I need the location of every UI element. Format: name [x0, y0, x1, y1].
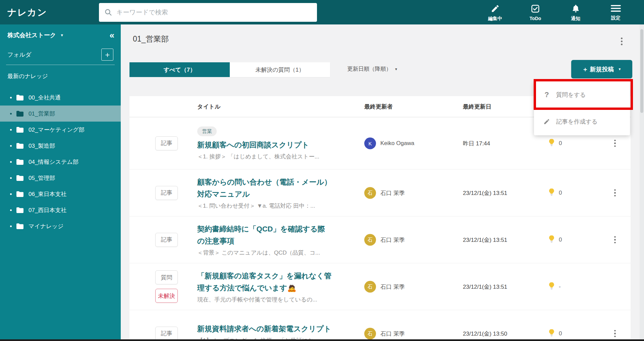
- row-menu-button[interactable]: [612, 328, 618, 339]
- row-content: 「新規顧客の追客タスク」を漏れなく管理する方法で悩んでいます🙇現在、手元の手帳や…: [197, 270, 332, 303]
- knowledge-title-link[interactable]: 契約書締結時に「QCD」を確認する際の注意事項: [197, 223, 332, 247]
- knowledge-title-link[interactable]: 新規顧客への初回商談スクリプト: [197, 139, 332, 151]
- search-box[interactable]: [99, 3, 317, 22]
- helpful-cell: 0: [549, 235, 562, 244]
- avatar: 石: [364, 234, 376, 246]
- header-action-label: 設定: [611, 15, 621, 21]
- menu-item-ask-question[interactable]: ?質問をする: [534, 81, 630, 108]
- knowledge-excerpt: ＜1. 問い合わせ受付＞ ▼a. 電話対応 田中：...: [197, 202, 332, 210]
- helpful-count: 0: [559, 330, 562, 337]
- company-selector[interactable]: 株式会社ストーク: [7, 31, 56, 39]
- sidebar-item-2[interactable]: 02_マーケティング部: [0, 122, 121, 138]
- type-badge: 記事: [155, 186, 178, 200]
- row-badges: 質問未解決: [155, 263, 178, 310]
- add-folder-button[interactable]: ＋: [101, 49, 113, 61]
- sidebar-item-label: 04_情報システム部: [29, 158, 78, 166]
- menu-item-create-article[interactable]: 記事を作成する: [534, 108, 630, 135]
- search-icon: [104, 8, 112, 16]
- todo-check-icon: [531, 4, 540, 14]
- sidebar-item-6[interactable]: 06_東日本支社: [0, 186, 121, 202]
- chevron-down-icon: ▼: [618, 67, 622, 71]
- sidebar-item-8[interactable]: マイナレッジ: [0, 218, 121, 234]
- avatar: 石: [364, 328, 376, 339]
- : [614, 192, 616, 194]
- company-row: 株式会社ストーク ▼ «: [0, 28, 121, 43]
- knowledge-title-link[interactable]: 顧客からの問い合わせ（電話・メール）対応マニュアル: [197, 176, 332, 200]
- new-post-dropdown: ?質問をする記事を作成する: [534, 81, 630, 135]
- menu-item-label: 記事を作成する: [556, 118, 598, 126]
- bullet-icon: [10, 129, 12, 131]
- menu-item-label: 質問をする: [556, 91, 586, 99]
- top-header: ナレカン 編集中ToDo通知設定: [0, 0, 644, 24]
- row-content: 契約書締結時に「QCD」を確認する際の注意事項＜背景＞ このマニュアルは、QCD…: [197, 223, 332, 257]
- knowledge-title-link[interactable]: 「新規顧客の追客タスク」を漏れなく管理する方法で悩んでいます🙇: [197, 270, 332, 294]
- row-menu-button[interactable]: [612, 234, 618, 245]
- sort-selector[interactable]: 更新日順（降順） ▼: [347, 65, 398, 73]
- : [614, 336, 616, 337]
- collapse-sidebar-icon[interactable]: «: [110, 31, 113, 40]
- header-action-settings[interactable]: 設定: [596, 0, 636, 24]
- : [614, 140, 616, 141]
- search-input[interactable]: [116, 9, 312, 16]
- knowledge-title-link[interactable]: 新規資料請求者への新着架電スクリプト: [197, 323, 332, 335]
- folder-icon: [16, 223, 23, 229]
- updated-date: 23/12/1(金) 13:51: [463, 236, 507, 244]
- updater-cell: KKeiko Ogawa: [364, 137, 414, 149]
- updater-name: 石口 茉季: [380, 189, 405, 197]
- table-body: 記事営業新規顧客への初回商談スクリプト＜1. 挨拶＞ 「はじめまして、株式会社ス…: [129, 117, 631, 341]
- plus-icon: ＋: [104, 50, 111, 60]
- bullet-icon: [10, 145, 12, 147]
- new-post-button[interactable]: ＋ 新規投稿 ▼: [571, 60, 632, 78]
- lightbulb-icon: [549, 282, 554, 291]
- header-action-notifications[interactable]: 通知: [555, 0, 596, 24]
- sidebar-item-label: 01_営業部: [29, 110, 55, 118]
- scrollbar-thumb[interactable]: [640, 29, 643, 113]
- page-menu-button[interactable]: [619, 36, 624, 47]
- sort-label: 更新日順（降順）: [347, 65, 391, 73]
- tab-all[interactable]: すべて（7）: [129, 62, 230, 77]
- sidebar-item-7[interactable]: 07_西日本支社: [0, 202, 121, 218]
- sidebar-item-1[interactable]: 01_営業部: [0, 106, 121, 122]
- updater-name: 石口 茉季: [380, 283, 405, 290]
- menu-icon: [611, 4, 621, 14]
- tab-unresolved-questions[interactable]: 未解決の質問（1）: [230, 62, 330, 77]
- app-logo[interactable]: ナレカン: [7, 6, 47, 18]
- updater-cell: 石石口 茉季: [364, 328, 405, 339]
- row-content: 営業新規顧客への初回商談スクリプト＜1. 挨拶＞ 「はじめまして、株式会社ストー…: [197, 126, 332, 160]
- tag-badge: 営業: [197, 126, 217, 136]
- header-action-todo[interactable]: ToDo: [515, 0, 555, 24]
- folder-icon: [16, 175, 23, 181]
- updater-cell: 石石口 茉季: [364, 281, 405, 292]
- knowledge-row[interactable]: 記事契約書締結時に「QCD」を確認する際の注意事項＜背景＞ このマニュアルは、Q…: [129, 216, 631, 263]
- folder-row: フォルダ ＋: [0, 47, 121, 62]
- knowledge-row[interactable]: 質問未解決「新規顧客の追客タスク」を漏れなく管理する方法で悩んでいます🙇現在、手…: [129, 263, 631, 310]
- header-action-editing[interactable]: 編集中: [475, 0, 515, 24]
- sidebar-item-4[interactable]: 04_情報システム部: [0, 154, 121, 170]
- sidebar-item-label: 06_東日本支社: [29, 190, 66, 198]
- row-menu-button[interactable]: [612, 138, 618, 149]
- lightbulb-icon: [549, 188, 554, 197]
- folder-icon: [16, 207, 23, 213]
- updater-name: 石口 茉季: [380, 330, 405, 337]
- sidebar-item-5[interactable]: 05_管理部: [0, 170, 121, 186]
- folder-list: 00_全社共通01_営業部02_マーケティング部03_製造部04_情報システム部…: [0, 89, 121, 234]
- row-badges: 記事: [155, 169, 178, 216]
- row-badges: 記事: [155, 117, 178, 169]
- updater-cell: 石石口 茉季: [364, 234, 405, 246]
- knowledge-row[interactable]: 記事顧客からの問い合わせ（電話・メール）対応マニュアル＜1. 問い合わせ受付＞ …: [129, 169, 631, 216]
- folder-icon: [16, 127, 23, 133]
- status-badge-unresolved: 未解決: [155, 289, 178, 303]
- knowledge-row[interactable]: 記事新規資料請求者への新着架電スクリプト【1】オープニング ＜1. 挨拶＞ 「お…: [129, 310, 631, 341]
- type-badge: 記事: [155, 327, 178, 341]
- avatar: 石: [364, 281, 376, 292]
- knowledge-excerpt: ＜1. 挨拶＞ 「はじめまして、株式会社ストー...: [197, 152, 332, 160]
- sidebar-item-label: 05_管理部: [29, 174, 55, 182]
- scrollbar-track[interactable]: [640, 24, 644, 341]
- avatar: K: [364, 137, 376, 149]
- helpful-cell: 0: [549, 188, 562, 197]
- row-menu-button[interactable]: [612, 188, 618, 198]
- updated-date: 23/12/1(金) 13:51: [463, 283, 507, 290]
- sidebar-item-3[interactable]: 03_製造部: [0, 138, 121, 154]
- sidebar-item-0[interactable]: 00_全社共通: [0, 89, 121, 106]
- new-post-label: ＋ 新規投稿: [582, 65, 614, 73]
